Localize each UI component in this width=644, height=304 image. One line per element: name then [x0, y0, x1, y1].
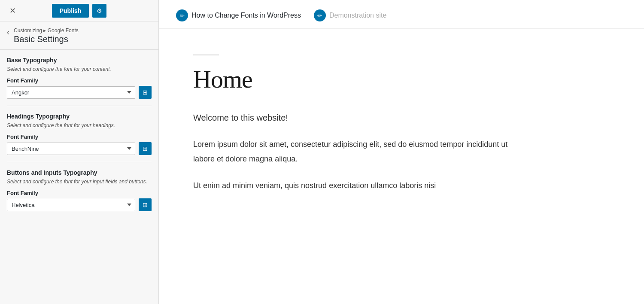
sidebar-content: Base Typography Select and configure the…	[0, 50, 158, 304]
breadcrumb-separator: ▸	[43, 27, 46, 33]
breadcrumb-text: Customizing ▸ Google Fonts Basic Setting…	[14, 27, 79, 44]
top-bar: ✕ Publish ⚙	[0, 0, 158, 21]
main-preview: ✏ How to Change Fonts in WordPress ✏ Dem…	[159, 0, 644, 304]
publish-button[interactable]: Publish	[52, 4, 89, 18]
pencil-icon-1: ✏	[176, 9, 188, 21]
close-button[interactable]: ✕	[6, 4, 19, 17]
buttons-font-select[interactable]: Helvetica Arial Roboto	[7, 199, 135, 211]
headings-font-select-row: BenchNine Roboto Open Sans ⊞	[7, 142, 152, 155]
preview-link-2-text: Demonstration site	[329, 12, 386, 19]
base-font-select-row: Angkor Roboto Open Sans Lato ⊞	[7, 86, 152, 99]
buttons-typography-description: Select and configure the font for your i…	[7, 178, 152, 185]
pencil-icon-2: ✏	[314, 9, 326, 21]
headings-typography-description: Select and configure the font for your h…	[7, 122, 152, 129]
headings-font-select[interactable]: BenchNine Roboto Open Sans	[7, 143, 135, 155]
base-font-family-label: Font Family	[7, 77, 152, 84]
buttons-font-family-label: Font Family	[7, 190, 152, 196]
back-button[interactable]: ‹	[7, 27, 9, 36]
divider-2	[7, 162, 152, 162]
buttons-font-select-row: Helvetica Arial Roboto ⊞	[7, 198, 152, 211]
preview-link-2[interactable]: ✏ Demonstration site	[314, 9, 386, 21]
preview-content: Home Welcome to this website! Lorem ipsu…	[159, 29, 545, 222]
base-font-select[interactable]: Angkor Roboto Open Sans Lato	[7, 86, 135, 99]
buttons-expand-button[interactable]: ⊞	[139, 198, 152, 211]
lorem-paragraph-2: Ut enim ad minim veniam, quis nostrud ex…	[193, 178, 511, 193]
buttons-typography-title: Buttons and Inputs Typography	[7, 169, 152, 176]
home-title: Home	[193, 66, 511, 93]
google-fonts-label: Google Fonts	[48, 27, 79, 33]
lorem-paragraph-1: Lorem ipsum dolor sit amet, consectetur …	[193, 137, 511, 166]
base-expand-button[interactable]: ⊞	[139, 86, 152, 99]
gear-button[interactable]: ⚙	[92, 4, 106, 18]
breadcrumb-nav: Customizing ▸ Google Fonts	[14, 27, 79, 33]
page-title: Basic Settings	[14, 34, 79, 44]
base-typography-title: Base Typography	[7, 57, 152, 64]
headings-font-family-label: Font Family	[7, 134, 152, 140]
headings-typography-title: Headings Typography	[7, 113, 152, 120]
preview-link-1-text: How to Change Fonts in WordPress	[191, 12, 301, 19]
customizing-label: Customizing	[14, 27, 42, 33]
separator-line	[193, 55, 219, 55]
breadcrumb-area: ‹ Customizing ▸ Google Fonts Basic Setti…	[0, 21, 158, 50]
welcome-text: Welcome to this website!	[193, 110, 511, 125]
divider-1	[7, 106, 152, 106]
base-typography-description: Select and configure the font for your c…	[7, 65, 152, 73]
preview-link-1[interactable]: ✏ How to Change Fonts in WordPress	[176, 9, 301, 21]
sidebar: ✕ Publish ⚙ ‹ Customizing ▸ Google Fonts…	[0, 0, 159, 304]
preview-header: ✏ How to Change Fonts in WordPress ✏ Dem…	[159, 0, 644, 29]
headings-expand-button[interactable]: ⊞	[139, 142, 152, 155]
top-bar-actions: Publish ⚙	[52, 4, 107, 18]
